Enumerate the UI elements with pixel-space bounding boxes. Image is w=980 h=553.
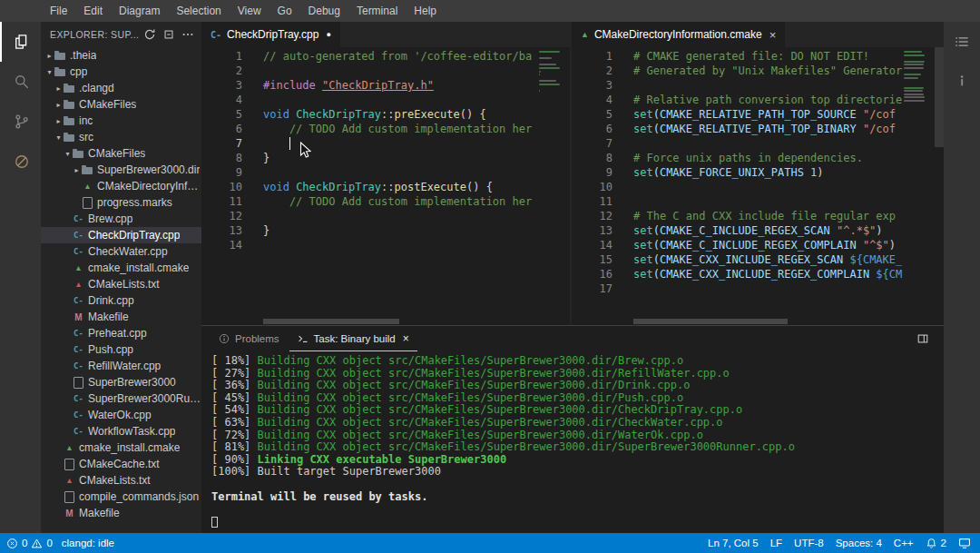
tree-item-waterok-cpp[interactable]: C-WaterOk.cpp bbox=[41, 407, 201, 423]
tree-item-preheat-cpp[interactable]: C-Preheat.cpp bbox=[41, 325, 201, 341]
cmake-file-icon: ▲ bbox=[64, 439, 75, 456]
circle-slash-icon[interactable] bbox=[0, 142, 41, 182]
code-area[interactable]: # CMAKE generated file: DO NOT EDIT!# Ge… bbox=[626, 49, 909, 296]
tab-problems[interactable]: Problems bbox=[211, 326, 288, 351]
gutter: 1234567891011121314151617 bbox=[572, 49, 626, 296]
menu-item-file[interactable]: File bbox=[42, 0, 75, 22]
tree-item-label: Brew.cpp bbox=[88, 212, 132, 225]
info-icon[interactable] bbox=[954, 73, 970, 89]
folder-file-icon bbox=[54, 47, 66, 64]
tree-item-label: SuperBrewer3000.dir bbox=[97, 163, 200, 176]
screencast-toggle[interactable] bbox=[958, 537, 971, 549]
tree-item-superbrewer3000runn[interactable]: C-SuperBrewer3000Runn... bbox=[41, 390, 201, 407]
tree-item-cmake-install-cmake[interactable]: ▲cmake_install.cmake bbox=[41, 260, 201, 276]
menu-item-debug[interactable]: Debug bbox=[300, 0, 348, 22]
tree-item-label: RefillWater.cpp bbox=[88, 360, 161, 372]
code-line bbox=[263, 165, 535, 180]
line-number: 3 bbox=[572, 78, 612, 93]
line-number: 11 bbox=[201, 194, 242, 209]
terminal-output[interactable]: [ 18%] Building CXX object src/CMakeFile… bbox=[201, 351, 944, 533]
menu-item-selection[interactable]: Selection bbox=[168, 0, 229, 22]
minimap[interactable] bbox=[539, 51, 566, 96]
vertical-scrollbar[interactable] bbox=[935, 47, 944, 147]
status-lf[interactable]: LF bbox=[770, 538, 782, 548]
code-area[interactable]: // auto-generated from '/coffee-editor/b… bbox=[256, 49, 535, 252]
tree-item-cmake-install-cmake[interactable]: ▲cmake_install.cmake bbox=[41, 439, 201, 456]
warning-icon bbox=[31, 538, 43, 549]
horizontal-scrollbar[interactable] bbox=[263, 319, 399, 324]
menu-item-terminal[interactable]: Terminal bbox=[348, 0, 406, 22]
outline-icon[interactable] bbox=[953, 33, 971, 51]
modified-dot-icon[interactable]: ● bbox=[326, 30, 330, 39]
editor-group-left: C- CheckDripTray.cpp ● 12345678910111213… bbox=[201, 22, 570, 325]
tree-item-cpp[interactable]: ▾cpp bbox=[41, 64, 201, 80]
tree-item-superbrewer3000-dir[interactable]: ▸SuperBrewer3000.dir bbox=[41, 162, 201, 178]
tree-item-compile-commands-json[interactable]: compile_commands.json bbox=[41, 489, 201, 505]
notifications-bell[interactable]: 2 bbox=[926, 538, 946, 549]
cpp-file-icon: C- bbox=[73, 358, 84, 374]
tree-item-makefile[interactable]: MMakefile bbox=[41, 309, 201, 325]
editor-area: C- CheckDripTray.cpp ● 12345678910111213… bbox=[201, 22, 944, 325]
files-icon[interactable] bbox=[0, 22, 41, 62]
line-number: 10 bbox=[201, 180, 242, 194]
tree-item-push-cpp[interactable]: C-Push.cpp bbox=[41, 341, 201, 358]
tree-item-clangd[interactable]: ▸.clangd bbox=[41, 80, 201, 96]
status-c[interactable]: C++ bbox=[894, 538, 914, 548]
code-line: # Force unix paths in dependencies. bbox=[633, 151, 909, 165]
tree-item-label: CMakeDirectoryInfor... bbox=[97, 180, 201, 193]
tree-item-cmakecache-txt[interactable]: CMakeCache.txt bbox=[41, 456, 201, 472]
menu-item-help[interactable]: Help bbox=[406, 0, 445, 22]
tree-item-refillwater-cpp[interactable]: C-RefillWater.cpp bbox=[41, 358, 201, 374]
status-utf-8[interactable]: UTF-8 bbox=[794, 538, 824, 548]
tree-item-cmakelists-txt[interactable]: ▲CMakeLists.txt bbox=[41, 472, 201, 489]
line-number: 16 bbox=[572, 267, 612, 281]
menu-item-diagram[interactable]: Diagram bbox=[111, 0, 168, 22]
warning-count: 0 bbox=[46, 538, 52, 548]
search-icon[interactable] bbox=[0, 62, 41, 102]
problems-status[interactable]: 0 0 bbox=[6, 538, 53, 549]
make-file-icon: M bbox=[73, 309, 84, 325]
tree-item-src[interactable]: ▾src bbox=[41, 129, 201, 145]
line-number: 9 bbox=[201, 165, 242, 180]
tree-item-brew-cpp[interactable]: C-Brew.cpp bbox=[41, 211, 201, 227]
menu-item-edit[interactable]: Edit bbox=[75, 0, 111, 22]
tree-item-inc[interactable]: ▸inc bbox=[41, 113, 201, 129]
close-panel-tab-icon[interactable]: × bbox=[403, 332, 409, 345]
menu-item-go[interactable]: Go bbox=[270, 0, 300, 22]
minimap[interactable] bbox=[904, 51, 931, 106]
tree-item-checkdriptray-cpp[interactable]: C-CheckDripTray.cpp bbox=[41, 227, 201, 243]
tree-item-cmakefiles[interactable]: ▾CMakeFiles bbox=[41, 145, 201, 162]
tree-item-drink-cpp[interactable]: C-Drink.cpp bbox=[41, 292, 201, 309]
status-ln-7-col-5[interactable]: Ln 7, Col 5 bbox=[708, 538, 759, 548]
tree-item-theia[interactable]: ▸.theia bbox=[41, 47, 201, 64]
collapse-all-icon[interactable] bbox=[162, 28, 175, 41]
folder-file-icon bbox=[54, 64, 66, 80]
tab-checkdriptray-cpp[interactable]: C- CheckDripTray.cpp ● bbox=[201, 22, 341, 47]
tree-item-makefile[interactable]: MMakefile bbox=[41, 505, 201, 521]
tab-task-binary-build[interactable]: Task: Binary build × bbox=[289, 326, 417, 351]
clangd-status[interactable]: clangd: idle bbox=[62, 538, 114, 548]
source-control-icon[interactable] bbox=[0, 102, 41, 142]
horizontal-scrollbar[interactable] bbox=[633, 319, 788, 324]
tree-item-label: CMakeFiles bbox=[88, 147, 145, 160]
tree-item-cmakelists-txt[interactable]: ▲CMakeLists.txt bbox=[41, 276, 201, 292]
code-line bbox=[633, 281, 909, 296]
more-icon[interactable] bbox=[181, 28, 194, 41]
tree-item-cmakefiles[interactable]: ▸CMakeFiles bbox=[41, 96, 201, 113]
tree-item-progress-marks[interactable]: progress.marks bbox=[41, 194, 201, 211]
tab-cmakedirectoryinformation[interactable]: ▲ CMakeDirectoryInformation.cmake × bbox=[572, 22, 786, 47]
activity-bar bbox=[0, 22, 41, 533]
close-tab-icon[interactable]: × bbox=[769, 28, 777, 42]
tree-item-workflowtask-cpp[interactable]: C-WorkflowTask.cpp bbox=[41, 423, 201, 439]
tree-item-cmakedirectoryinfor[interactable]: ▲CMakeDirectoryInfor... bbox=[41, 178, 201, 194]
cpp-file-icon: C- bbox=[73, 243, 84, 260]
refresh-icon[interactable] bbox=[143, 28, 156, 41]
tree-item-superbrewer3000[interactable]: SuperBrewer3000 bbox=[41, 374, 201, 390]
panel-maximize-button[interactable] bbox=[916, 332, 944, 345]
make-file-icon: M bbox=[64, 505, 75, 521]
tree-item-checkwater-cpp[interactable]: C-CheckWater.cpp bbox=[41, 243, 201, 260]
status-spaces-4[interactable]: Spaces: 4 bbox=[836, 538, 882, 548]
folder-file-icon bbox=[82, 162, 93, 178]
terminal-line bbox=[211, 516, 944, 528]
menu-item-view[interactable]: View bbox=[230, 0, 270, 22]
